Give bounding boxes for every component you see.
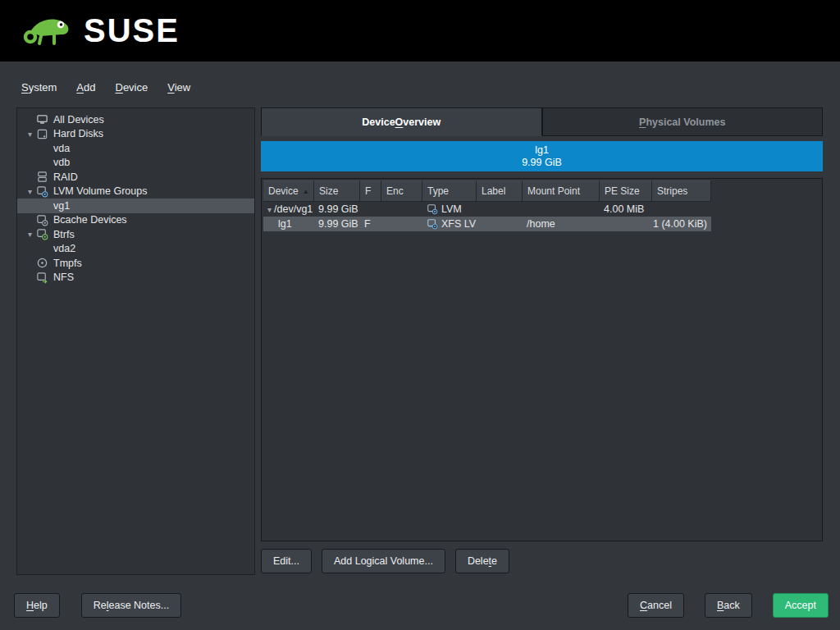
column-header-stripes[interactable]: Stripes [652,180,711,202]
cell-type: LVM [422,202,477,217]
row-expander-open-icon[interactable]: ▾ [267,205,272,214]
cell-f [360,202,381,217]
table-row-vg1[interactable]: ▾ /dev/vg1 9.99 GiB LVM 4.00 MiB [263,202,711,217]
tmpfs-icon [36,257,53,269]
sidebar-item-vda[interactable]: vda [17,141,254,156]
accept-button[interactable]: Accept [773,593,829,618]
column-header-f[interactable]: F [360,180,381,202]
cancel-button[interactable]: Cancel [628,593,684,618]
hard-disk-icon [36,128,53,140]
sidebar-item-vda2[interactable]: vda2 [17,242,254,257]
cell-device: lg1 [263,217,314,231]
sidebar-item-btrfs[interactable]: ▾ Btrfs [17,227,254,242]
device-banner: lg1 9.99 GiB [261,141,823,171]
cell-mount-point [523,202,600,217]
cell-type: XFS LV [422,217,477,231]
computer-icon [36,113,53,126]
lvm-icon [427,203,438,215]
menu-system[interactable]: System [20,80,58,94]
expander-open-icon[interactable]: ▾ [24,230,36,239]
column-header-device[interactable]: Device ▲ [263,180,314,202]
cell-size: 9.99 GiB [314,202,360,217]
cell-pe-size: 4.00 MiB [600,202,652,217]
column-header-pe-size[interactable]: PE Size [600,180,652,202]
cell-pe-size [600,217,652,231]
edit-button[interactable]: Edit... [261,549,312,573]
bcache-icon [36,214,53,226]
menubar: System Add Device View [20,80,192,94]
column-header-type[interactable]: Type [422,180,477,202]
nfs-icon [36,272,53,284]
sidebar-item-vdb[interactable]: vdb [17,156,254,171]
tab-bar: Device Overview Physical Volumes [261,107,823,136]
column-header-size[interactable]: Size [314,180,360,202]
delete-button[interactable]: Delete [455,549,509,573]
add-logical-volume-button[interactable]: Add Logical Volume... [322,549,445,573]
sidebar-item-bcache-devices[interactable]: Bcache Devices [17,213,254,228]
table-row-lg1[interactable]: lg1 9.99 GiB F XFS LV /home 1 (4.00 KiB) [263,217,711,231]
sidebar-item-hard-disks[interactable]: ▾ Hard Disks [17,127,254,142]
footer-left-buttons: Help Release Notes... [14,593,181,618]
banner-device-name: lg1 [535,144,549,157]
sidebar-item-raid[interactable]: RAID [17,170,254,185]
cell-mount-point: /home [523,217,600,231]
menu-add[interactable]: Add [75,80,97,94]
cell-device: ▾ /dev/vg1 [263,202,314,217]
column-header-enc[interactable]: Enc [381,180,422,202]
lvm-lv-icon [427,218,438,230]
device-tree: All Devices ▾ Hard Disks vda vdb RAID ▾ … [16,107,255,575]
help-button[interactable]: Help [14,593,60,618]
sidebar-item-nfs[interactable]: NFS [17,271,254,285]
banner-device-size: 9.99 GiB [522,157,562,169]
release-notes-button[interactable]: Release Notes... [81,593,181,618]
cell-enc [381,217,422,231]
cell-enc [381,202,422,217]
cell-f: F [360,217,381,231]
sidebar-item-lvm-volume-groups[interactable]: ▾ LVM Volume Groups [17,185,254,199]
cell-label [477,202,523,217]
raid-icon [36,171,53,183]
suse-chameleon-logo-icon [21,11,75,52]
sort-ascending-icon: ▲ [303,188,309,195]
expander-open-icon[interactable]: ▾ [24,130,36,139]
footer-right-buttons: Cancel Back Accept [628,593,829,618]
tab-physical-volumes[interactable]: Physical Volumes [542,107,824,136]
brand-wordmark: SUSE [84,12,180,49]
lvm-icon [36,185,53,198]
cell-stripes: 1 (4.00 KiB) [652,217,711,231]
back-button[interactable]: Back [705,593,752,618]
column-header-mount-point[interactable]: Mount Point [523,180,600,202]
cell-size: 9.99 GiB [314,217,360,231]
table-header-row: Device ▲ Size F Enc Type Label Mount Poi… [263,180,711,202]
menu-device[interactable]: Device [113,80,149,94]
cell-label [477,217,523,231]
sidebar-item-all-devices[interactable]: All Devices [17,112,254,127]
sidebar-item-vg1[interactable]: vg1 [17,199,254,213]
expander-open-icon[interactable]: ▾ [24,187,36,196]
sidebar-item-tmpfs[interactable]: Tmpfs [17,256,254,271]
table-action-bar: Edit... Add Logical Volume... Delete [261,549,509,573]
title-bar: SUSE [0,0,840,62]
menu-view[interactable]: View [166,80,192,94]
btrfs-icon [36,228,53,240]
device-table: Device ▲ Size F Enc Type Label Mount Poi… [261,178,823,541]
column-header-label[interactable]: Label [477,180,523,202]
cell-stripes [652,202,711,217]
tab-device-overview[interactable]: Device Overview [261,107,542,136]
